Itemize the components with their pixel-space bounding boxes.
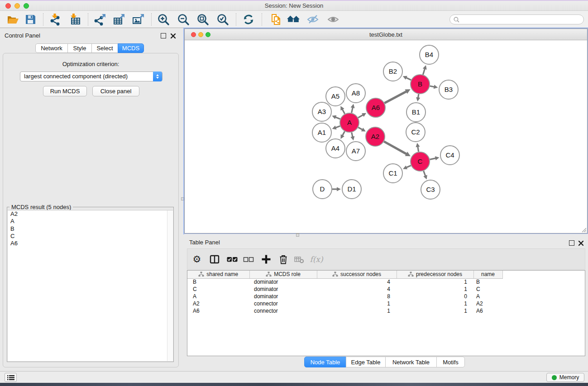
graph-edge-C-C2[interactable] <box>418 147 419 152</box>
splitter-handle[interactable] <box>181 197 184 200</box>
table-cell[interactable]: B <box>187 278 249 286</box>
graph-node-B3[interactable]: B3 <box>439 80 458 99</box>
graph-node-A[interactable]: A <box>340 113 359 132</box>
graph-edge-A-A4[interactable] <box>342 131 344 136</box>
table-row[interactable]: A2connector11A2 <box>187 300 502 307</box>
column-header-predecessor-nodes[interactable]: predecessor nodes <box>397 271 473 278</box>
table-cell[interactable]: dominator <box>249 293 317 300</box>
zoom-in-icon[interactable] <box>157 13 170 26</box>
table-cell[interactable]: A2 <box>187 300 249 307</box>
graph-node-C4[interactable]: C4 <box>440 146 459 165</box>
column-header-shared-name[interactable]: shared name <box>187 271 249 278</box>
graph-edge-B-B1[interactable] <box>418 94 419 98</box>
criterion-dropdown[interactable]: largest connected component (directed) <box>20 71 163 81</box>
run-mcds-button[interactable]: Run MCDS <box>43 86 87 96</box>
close-panel-icon[interactable] <box>170 33 176 39</box>
network-canvas[interactable]: B4B2BB3A5A8A6B1A3AC2A1A2A4A7C4CC1C3DD1 <box>185 40 587 233</box>
zoom-selected-icon[interactable] <box>216 13 229 26</box>
graph-edge-A6-B[interactable] <box>384 91 406 103</box>
zoom-fit-icon[interactable] <box>196 13 210 26</box>
table-cell[interactable]: A6 <box>473 307 502 315</box>
table-cell[interactable]: dominator <box>249 278 317 286</box>
resize-grip[interactable] <box>581 227 587 233</box>
table-row[interactable]: Bdominator41B <box>187 278 502 286</box>
table-cell[interactable]: 1 <box>317 307 397 315</box>
table-row[interactable]: A6connector11A6 <box>187 307 502 315</box>
graph-node-A3[interactable]: A3 <box>312 102 331 121</box>
column-header-name[interactable]: name <box>473 271 502 278</box>
result-list-item[interactable]: B <box>8 225 173 233</box>
graph-edge-A2-C[interactable] <box>384 142 406 154</box>
graph-node-A6[interactable]: A6 <box>366 98 385 117</box>
graph-node-C2[interactable]: C2 <box>406 123 425 142</box>
save-session-icon[interactable] <box>24 13 37 26</box>
float-panel-icon[interactable] <box>569 240 574 246</box>
close-panel-icon[interactable] <box>578 240 584 246</box>
graph-node-A7[interactable]: A7 <box>346 142 365 161</box>
graph-edge-A-A1[interactable] <box>335 126 340 128</box>
minimize-window-button[interactable] <box>14 3 20 9</box>
graph-edge-A-A8[interactable] <box>352 107 353 113</box>
table-cell[interactable]: 4 <box>317 278 397 286</box>
result-list-item[interactable]: A6 <box>8 240 173 247</box>
graph-node-A4[interactable]: A4 <box>326 139 345 158</box>
table-cell[interactable]: 1 <box>397 286 473 293</box>
export-network-icon[interactable] <box>93 13 106 26</box>
graph-edge-A-A7[interactable] <box>352 132 353 137</box>
search-field[interactable] <box>449 14 584 24</box>
table-cell[interactable]: A6 <box>187 307 249 315</box>
graph-edge-A-A6[interactable] <box>358 115 363 118</box>
tab-style[interactable]: Style <box>67 43 92 53</box>
refresh-icon[interactable] <box>242 13 255 26</box>
tab-network[interactable]: Network <box>35 43 68 53</box>
export-table-icon[interactable] <box>112 13 125 26</box>
hide-details-icon[interactable] <box>306 13 320 26</box>
close-window-button[interactable] <box>5 3 11 9</box>
float-panel-icon[interactable] <box>161 33 166 38</box>
graph-node-B2[interactable]: B2 <box>383 62 402 81</box>
zoom-window-button[interactable] <box>24 3 29 9</box>
graph-edge-B-B4[interactable] <box>423 69 425 75</box>
graph-node-A2[interactable]: A2 <box>366 127 385 146</box>
table-row[interactable]: Cdominator41C <box>187 286 502 293</box>
tab-edge-table[interactable]: Edge Table <box>346 357 386 367</box>
graph-node-A1[interactable]: A1 <box>312 123 331 142</box>
result-list-item[interactable]: C <box>8 233 173 240</box>
graph-node-D1[interactable]: D1 <box>342 180 361 199</box>
import-network-icon[interactable] <box>48 13 62 26</box>
tab-select[interactable]: Select <box>91 43 118 53</box>
clear-checkboxes-icon[interactable] <box>243 254 254 265</box>
table-cell[interactable]: 4 <box>317 286 397 293</box>
table-cell[interactable]: A2 <box>473 300 502 307</box>
table-cell[interactable]: dominator <box>249 286 317 293</box>
graph-edge-C-C3[interactable] <box>424 171 425 176</box>
show-panels-button[interactable] <box>5 373 17 382</box>
graph-edge-C-C1[interactable] <box>406 166 411 168</box>
duplicate-network-icon[interactable] <box>269 13 283 26</box>
tab-mcds[interactable]: MCDS <box>118 43 144 53</box>
graph-node-C[interactable]: C <box>411 152 430 171</box>
search-input[interactable] <box>459 15 583 24</box>
graph-edge-C-C4[interactable] <box>430 158 436 160</box>
show-details-icon[interactable] <box>326 13 340 26</box>
table-cell[interactable]: 1 <box>317 300 397 307</box>
select-all-checkboxes-icon[interactable] <box>227 254 238 265</box>
result-scrollbar[interactable] <box>167 210 173 361</box>
open-file-icon[interactable] <box>6 13 19 26</box>
graph-node-B4[interactable]: B4 <box>420 45 439 64</box>
table-cell[interactable]: connector <box>249 307 317 315</box>
graph-node-B[interactable]: B <box>411 75 430 94</box>
tab-network-table[interactable]: Network Table <box>385 357 437 367</box>
mcds-result-list[interactable]: A2ABCA6 <box>8 210 173 361</box>
graph-node-C3[interactable]: C3 <box>421 180 440 199</box>
table-cell[interactable]: 1 <box>397 278 473 286</box>
split-columns-icon[interactable] <box>209 254 220 265</box>
minimize-network-button[interactable] <box>198 32 203 37</box>
table-cell[interactable]: 1 <box>397 307 473 315</box>
tab-motifs[interactable]: Motifs <box>436 357 465 367</box>
import-table-icon[interactable] <box>68 13 82 26</box>
graph-edge-B-B2[interactable] <box>406 78 411 80</box>
network-graph[interactable]: B4B2BB3A5A8A6B1A3AC2A1A2A4A7C4CC1C3DD1 <box>185 40 587 233</box>
table-cell[interactable]: connector <box>249 300 317 307</box>
graph-edge-B-B3[interactable] <box>430 86 435 87</box>
